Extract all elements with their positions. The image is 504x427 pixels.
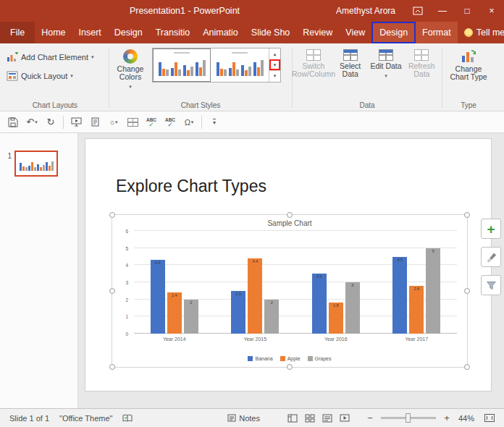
chart-legend[interactable]: BananaAppleGrapes [112, 356, 467, 361]
tab-slideshow[interactable]: Slide Sho [245, 22, 297, 43]
selection-handle[interactable] [287, 364, 293, 370]
quick-layout-button[interactable]: Quick Layout ▾ [4, 68, 96, 84]
bar-group [229, 57, 239, 76]
legend-label: Grapes [315, 356, 332, 361]
selection-handle[interactable] [109, 212, 115, 218]
tab-tellme[interactable]: Tell me [458, 22, 504, 43]
redo-button[interactable]: ↻ [42, 114, 59, 131]
print-preview-button[interactable] [86, 114, 104, 131]
insert-table-button[interactable] [124, 114, 141, 131]
gallery-scroll-down-button[interactable]: ▾ [269, 59, 280, 70]
bar[interactable]: 3.5 [312, 274, 327, 334]
slide-sorter-view-button[interactable] [301, 414, 319, 423]
bar [183, 65, 186, 76]
fit-to-window-button[interactable] [479, 409, 500, 427]
bar[interactable]: 2 [264, 300, 279, 334]
selection-handle[interactable] [464, 288, 470, 294]
legend-item[interactable]: Banana [248, 356, 272, 361]
zoom-slider[interactable] [381, 417, 436, 419]
tab-transitions[interactable]: Transitio [149, 22, 196, 43]
insert-symbol-button[interactable]: Ω ▾ [180, 114, 198, 131]
chart-title[interactable]: Sample Chart [112, 219, 467, 227]
spelling-button[interactable]: ABC✓ [143, 114, 160, 131]
selection-handle[interactable] [109, 364, 115, 370]
proofing-status-icon[interactable] [117, 409, 138, 427]
save-button[interactable] [4, 114, 22, 131]
legend-item[interactable]: Grapes [308, 356, 332, 361]
zoom-out-button[interactable]: − [364, 413, 377, 423]
zoom-slider-thumb[interactable] [406, 413, 411, 423]
tab-file[interactable]: File [0, 22, 35, 43]
tab-home[interactable]: Home [35, 22, 72, 43]
slide-title[interactable]: Explore Chart Types [116, 177, 266, 196]
reading-view-button[interactable] [319, 414, 336, 423]
theme-name[interactable]: "Office Theme" [54, 409, 117, 427]
close-button[interactable]: × [479, 0, 504, 22]
notes-button[interactable]: Notes [222, 409, 265, 427]
legend-item[interactable]: Apple [280, 356, 301, 361]
tab-animations[interactable]: Animatio [196, 22, 245, 43]
change-chart-type-button[interactable]: Change Chart Type [446, 46, 491, 81]
switch-row-column-button[interactable]: Switch Row/Column [295, 46, 332, 78]
bar-group [159, 57, 169, 76]
bar[interactable]: 2 [184, 300, 198, 334]
view-switcher [284, 414, 353, 423]
chart-elements-button[interactable]: + [481, 219, 501, 239]
bar[interactable]: 2.8 [409, 286, 424, 334]
bar[interactable]: 1.8 [329, 303, 343, 334]
chart-object[interactable]: Sample Chart 0123456 4.32.422.54.423.51.… [112, 214, 468, 368]
table-icon [127, 118, 138, 127]
chart-side-buttons: + [481, 219, 501, 295]
gallery-scroll-up-button[interactable]: ▴ [269, 48, 280, 59]
selection-handle[interactable] [464, 212, 470, 218]
slide[interactable]: Explore Chart Types Sample Chart 0123456… [85, 139, 491, 391]
bar[interactable]: 4.4 [248, 258, 262, 334]
tab-review[interactable]: Review [296, 22, 339, 43]
minimize-button[interactable]: — [430, 0, 455, 22]
selection-handle[interactable] [287, 212, 293, 218]
slide-indicator[interactable]: Slide 1 of 1 [4, 409, 54, 427]
chart-styles-button[interactable] [481, 247, 501, 267]
select-data-button[interactable]: Select Data [332, 46, 368, 78]
ribbon-display-options-button[interactable] [406, 0, 430, 22]
bar[interactable]: 2.5 [231, 291, 245, 334]
tab-insert[interactable]: Insert [72, 22, 108, 43]
slideshow-view-button[interactable] [336, 414, 353, 423]
user-name[interactable]: Amethyst Arora [326, 6, 406, 16]
zoom-in-button[interactable]: + [440, 413, 453, 423]
normal-view-button[interactable] [284, 414, 301, 423]
chart-style-1-thumbnail[interactable] [153, 48, 211, 82]
undo-button[interactable]: ↶ ▾ [23, 114, 41, 131]
chart-style-2-thumbnail[interactable] [211, 48, 269, 82]
tab-charttools-format[interactable]: Format [416, 22, 458, 43]
edit-data-button[interactable]: Edit Data ▾ [368, 46, 403, 80]
tab-design[interactable]: Design [108, 22, 149, 43]
bar-group [217, 57, 227, 76]
selection-handle[interactable] [464, 364, 470, 370]
bar[interactable]: 3 [345, 282, 360, 334]
tab-charttools-design[interactable]: Design [373, 23, 414, 42]
bar[interactable]: 4.3 [151, 260, 165, 334]
refresh-data-button[interactable]: Refresh Data [404, 46, 440, 78]
change-colors-button[interactable]: Change Colors ▾ [112, 46, 149, 90]
bar[interactable]: 4.5 [392, 257, 407, 334]
status-bar: Slide 1 of 1 "Office Theme" Notes − [0, 408, 504, 427]
set-language-button[interactable]: ABC✓ [161, 114, 179, 131]
maximize-button[interactable]: □ [455, 0, 479, 22]
add-chart-element-button[interactable]: Add Chart Element ▾ [4, 49, 96, 65]
tab-view[interactable]: View [339, 22, 371, 43]
bar-data-label: 2.4 [172, 293, 177, 297]
bar [253, 62, 256, 77]
start-from-beginning-button[interactable] [67, 114, 85, 131]
bar-data-label: 3.5 [316, 274, 322, 279]
zoom-percent[interactable]: 44% [453, 409, 479, 427]
bar[interactable]: 2.4 [167, 292, 182, 334]
quick-access-toolbar: ↶ ▾ ↻ ○ ▾ ABC✓ ABC✓ Ω ▾ ▾ [0, 111, 504, 133]
customize-qat-button[interactable]: ▾ [206, 114, 223, 131]
chart-filters-button[interactable] [481, 275, 501, 295]
gallery-more-button[interactable]: ▾ [269, 70, 280, 81]
selection-handle[interactable] [109, 288, 115, 294]
shapes-button[interactable]: ○ ▾ [105, 114, 122, 131]
bar[interactable]: 5 [426, 248, 440, 334]
slide-thumbnail[interactable] [14, 151, 58, 177]
